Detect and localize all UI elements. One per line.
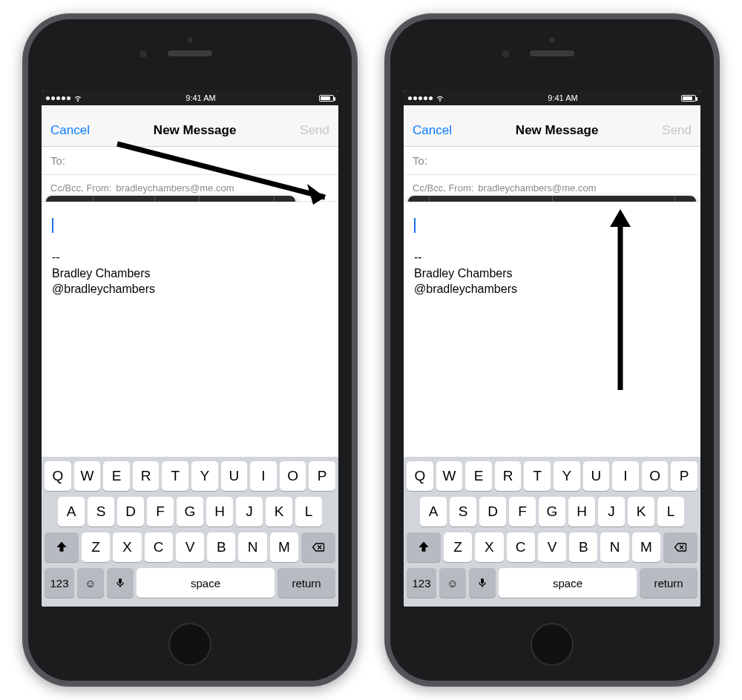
key-row-3: Z X C V B N M <box>45 532 335 562</box>
key-r[interactable]: R <box>495 461 522 491</box>
message-body[interactable]: -- Bradley Chambers @bradleychambers <box>404 202 700 457</box>
speaker-grille <box>168 50 212 56</box>
sig-handle: @bradleychambers <box>52 281 328 297</box>
compose-navbar: Cancel New Message Send <box>404 114 700 147</box>
key-v[interactable]: V <box>538 532 566 562</box>
key-k[interactable]: K <box>628 497 654 526</box>
key-l[interactable]: L <box>657 497 684 526</box>
key-shift[interactable] <box>407 532 441 562</box>
key-w[interactable]: W <box>74 461 101 491</box>
key-b[interactable]: B <box>569 532 597 562</box>
key-y[interactable]: Y <box>554 461 580 491</box>
key-f[interactable]: F <box>147 497 174 526</box>
key-q[interactable]: Q <box>407 461 433 491</box>
battery-icon <box>681 95 696 102</box>
send-button[interactable]: Send <box>300 123 329 138</box>
wifi-icon <box>436 93 444 102</box>
key-o[interactable]: O <box>280 461 306 491</box>
key-d[interactable]: D <box>479 497 506 526</box>
key-i[interactable]: I <box>250 461 277 491</box>
proximity-sensor <box>549 37 555 43</box>
key-emoji[interactable]: ☺ <box>77 568 104 598</box>
from-address: bradleychambers@me.com <box>478 182 596 194</box>
key-u[interactable]: U <box>221 461 248 491</box>
key-e[interactable]: E <box>465 461 492 491</box>
key-space[interactable]: space <box>499 568 637 598</box>
cancel-button[interactable]: Cancel <box>50 123 90 138</box>
key-o[interactable]: O <box>642 461 669 491</box>
key-a[interactable]: A <box>420 497 447 526</box>
text-caret-icon <box>414 218 416 233</box>
send-button[interactable]: Send <box>662 123 692 138</box>
key-123[interactable]: 123 <box>45 568 74 598</box>
key-n[interactable]: N <box>238 532 266 562</box>
keyboard: Q W E R T Y U I O P A S D <box>42 457 338 607</box>
key-y[interactable]: Y <box>191 461 218 491</box>
key-p[interactable]: P <box>309 461 335 491</box>
status-bar: 9:41 AM <box>42 90 338 105</box>
key-e[interactable]: E <box>103 461 130 491</box>
message-body[interactable]: -- Bradley Chambers @bradleychambers <box>42 202 338 457</box>
key-h[interactable]: H <box>206 497 233 526</box>
key-l[interactable]: L <box>295 497 322 526</box>
to-field[interactable]: To: <box>42 147 338 175</box>
key-b[interactable]: B <box>207 532 235 562</box>
status-bar: 9:41 AM <box>404 90 700 105</box>
key-z[interactable]: Z <box>444 532 472 562</box>
key-row-4: 123 ☺ space return <box>45 568 335 598</box>
key-v[interactable]: V <box>176 532 204 562</box>
key-q[interactable]: Q <box>45 461 71 491</box>
key-return[interactable]: return <box>278 568 335 598</box>
key-row-1: Q W E R T Y U I O P <box>45 461 335 491</box>
key-t[interactable]: T <box>162 461 188 491</box>
key-backspace[interactable] <box>301 532 335 562</box>
key-z[interactable]: Z <box>82 532 110 562</box>
key-j[interactable]: J <box>236 497 263 526</box>
key-c[interactable]: C <box>507 532 535 562</box>
signal-dots-icon <box>46 96 70 100</box>
key-space[interactable]: space <box>137 568 275 598</box>
key-emoji[interactable]: ☺ <box>439 568 466 598</box>
key-f[interactable]: F <box>509 497 536 526</box>
sig-sep: -- <box>414 249 690 265</box>
to-label: To: <box>50 154 65 167</box>
key-m[interactable]: M <box>270 532 298 562</box>
key-u[interactable]: U <box>583 461 610 491</box>
sheet-strip <box>42 105 338 114</box>
key-n[interactable]: N <box>600 532 628 562</box>
key-k[interactable]: K <box>266 497 292 526</box>
key-backspace[interactable] <box>663 532 697 562</box>
key-x[interactable]: X <box>113 532 141 562</box>
home-button[interactable] <box>531 623 574 666</box>
key-t[interactable]: T <box>524 461 551 491</box>
cancel-button[interactable]: Cancel <box>413 123 452 138</box>
key-dictate[interactable] <box>469 568 496 598</box>
key-a[interactable]: A <box>58 497 85 526</box>
key-s[interactable]: S <box>450 497 476 526</box>
shift-icon <box>54 540 69 555</box>
key-dictate[interactable] <box>107 568 134 598</box>
key-h[interactable]: H <box>568 497 595 526</box>
key-c[interactable]: C <box>145 532 173 562</box>
key-g[interactable]: G <box>539 497 565 526</box>
key-p[interactable]: P <box>671 461 697 491</box>
key-m[interactable]: M <box>632 532 660 562</box>
key-s[interactable]: S <box>88 497 114 526</box>
key-d[interactable]: D <box>117 497 144 526</box>
cc-label: Cc/Bcc, From: <box>50 182 111 194</box>
key-x[interactable]: X <box>475 532 503 562</box>
key-shift[interactable] <box>45 532 79 562</box>
key-g[interactable]: G <box>177 497 203 526</box>
screen: 9:41 AM Cancel New Message Send To: <box>42 90 338 607</box>
key-w[interactable]: W <box>436 461 463 491</box>
text-caret-icon <box>52 218 53 233</box>
key-i[interactable]: I <box>612 461 639 491</box>
key-j[interactable]: J <box>598 497 625 526</box>
key-r[interactable]: R <box>133 461 160 491</box>
key-return[interactable]: return <box>640 568 697 598</box>
page-title: New Message <box>154 123 237 138</box>
signature: -- Bradley Chambers @bradleychambers <box>414 249 690 297</box>
home-button[interactable] <box>168 623 211 666</box>
key-123[interactable]: 123 <box>407 568 436 598</box>
to-field[interactable]: To: <box>404 147 700 175</box>
